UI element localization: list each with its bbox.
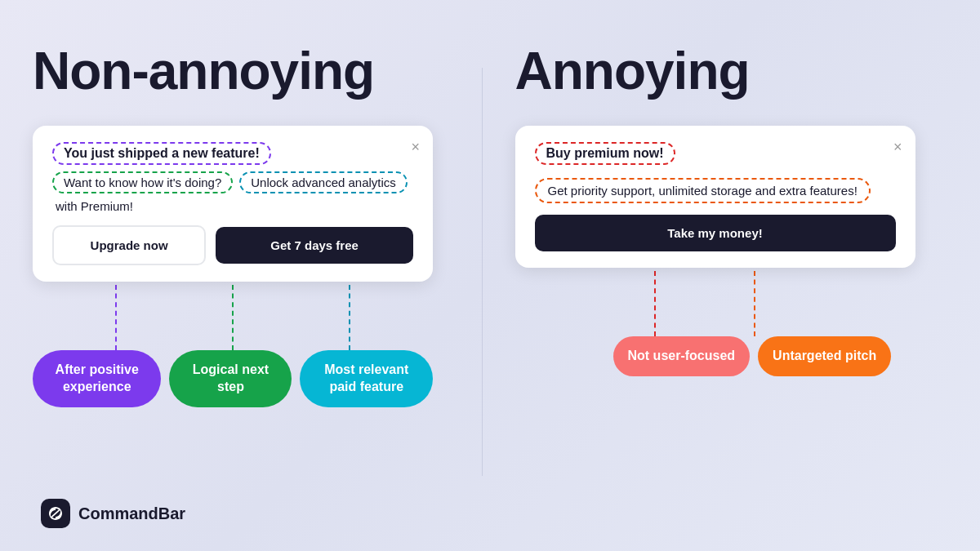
annoying-card-close-button[interactable]: × <box>893 139 902 156</box>
main-container: Non-annoying × You just shipped a new fe… <box>0 0 980 551</box>
get-days-free-button[interactable]: Get 7 days free <box>216 227 413 264</box>
take-my-money-button[interactable]: Take my money! <box>535 215 896 251</box>
connector-green <box>232 285 234 350</box>
annoying-card-body-text: Get priority support, unlimited storage … <box>535 178 871 203</box>
annoying-card-notification-title: Buy premium now! <box>535 142 675 165</box>
left-connectors <box>33 285 433 350</box>
annoying-card: × Buy premium now! Get priority support,… <box>515 126 915 268</box>
card-body: Want to know how it's doing? Unlock adva… <box>52 171 413 216</box>
card-buttons: Upgrade now Get 7 days free <box>52 225 413 265</box>
label-after-positive-experience: After positive experience <box>33 350 161 407</box>
card-title-row: You just shipped a new feature! <box>52 142 413 165</box>
non-annoying-card: × You just shipped a new feature! Want t… <box>33 126 433 282</box>
right-title: Annoying <box>515 41 750 101</box>
logo-svg <box>47 504 65 522</box>
right-labels-row: Not user-focused Untargeted pitch <box>515 336 915 376</box>
right-connectors <box>515 271 915 336</box>
connector-cyan <box>349 285 350 350</box>
panel-divider <box>482 68 483 476</box>
card-body-part2: Unlock advanced analytics <box>239 171 408 193</box>
upgrade-now-button[interactable]: Upgrade now <box>52 225 206 265</box>
card-close-button[interactable]: × <box>411 139 420 156</box>
right-panel: Annoying × Buy premium now! Get priority… <box>499 0 948 502</box>
commandbar-logo-text: CommandBar <box>78 504 185 523</box>
left-panel: Non-annoying × You just shipped a new fe… <box>33 0 466 502</box>
connector-orange <box>754 271 755 336</box>
label-logical-next-step: Logical next step <box>169 350 292 407</box>
connector-purple <box>115 285 117 350</box>
connector-red <box>654 271 656 336</box>
connector-spacer <box>515 271 654 336</box>
card-notification-title: You just shipped a new feature! <box>52 142 271 165</box>
left-title: Non-annoying <box>33 41 374 101</box>
annoying-card-body: Get priority support, unlimited storage … <box>535 171 896 203</box>
commandbar-logo-icon <box>41 499 70 528</box>
label-untargeted-pitch: Untargeted pitch <box>758 336 891 376</box>
card-body-part1: Want to know how it's doing? <box>52 171 233 193</box>
label-most-relevant-paid-feature: Most relevant paid feature <box>300 350 433 407</box>
label-not-user-focused: Not user-focused <box>613 336 751 376</box>
card-body-part3: with Premium! <box>52 197 136 216</box>
logo-area: CommandBar <box>41 499 185 528</box>
left-labels-row: After positive experience Logical next s… <box>33 350 433 407</box>
annoying-card-title-row: Buy premium now! <box>535 142 896 165</box>
